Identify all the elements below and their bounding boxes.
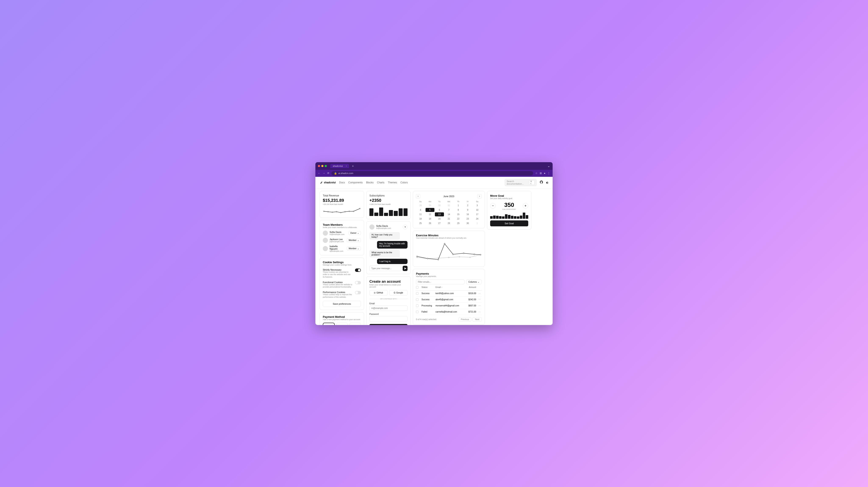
row-menu-button[interactable]: ⋯ (477, 304, 482, 307)
cal-day[interactable]: 28 (444, 221, 454, 225)
cal-day[interactable]: 10 (472, 208, 482, 212)
cal-day[interactable]: 17 (472, 213, 482, 217)
create-account-button[interactable]: Create account (369, 324, 407, 325)
role-select[interactable]: Member⌄ (347, 247, 361, 251)
cal-day[interactable]: 4 (416, 208, 425, 212)
pay-option-apple[interactable]: Apple (349, 323, 361, 325)
nav-components[interactable]: Components (348, 181, 363, 184)
row-menu-button[interactable]: ⋯ (477, 311, 482, 313)
cal-day[interactable]: 2 (463, 203, 472, 207)
reload-button[interactable]: ⟳ (327, 172, 329, 175)
cal-day[interactable]: 1 (454, 203, 463, 207)
row-menu-button[interactable]: ⋯ (477, 298, 482, 301)
increase-goal-button[interactable]: + (523, 203, 528, 208)
cal-day[interactable]: 31 (444, 203, 454, 207)
nav-colors[interactable]: Colors (400, 181, 408, 184)
cal-day[interactable]: 27 (435, 221, 444, 225)
cal-day[interactable]: 6 (435, 208, 444, 212)
cal-day[interactable]: 20 (435, 217, 444, 221)
search-input[interactable]: Search documentation... ⌘ K (505, 179, 536, 186)
profile-avatar[interactable]: ● (544, 172, 546, 175)
cal-day[interactable]: 3 (472, 203, 482, 207)
next-month-button[interactable]: › (477, 194, 482, 198)
cal-day[interactable]: 13 (435, 213, 444, 217)
cal-day[interactable]: 12 (426, 213, 435, 217)
cal-day[interactable]: 29 (426, 203, 435, 207)
prev-page-button[interactable]: Previous (459, 317, 471, 322)
svg-point-5 (345, 211, 345, 212)
forward-button[interactable]: → (322, 172, 325, 175)
cal-day[interactable]: 28 (416, 203, 425, 207)
cal-day[interactable]: 24 (472, 217, 482, 221)
brand-logo[interactable]: ⫽ shadcn/ui (320, 181, 336, 184)
nav-blocks[interactable]: Blocks (366, 181, 373, 184)
cal-day[interactable]: 25 (416, 221, 425, 225)
nav-charts[interactable]: Charts (377, 181, 384, 184)
menu-icon[interactable]: ⋮ (548, 172, 550, 175)
chat-input[interactable] (369, 266, 401, 271)
new-tab-button[interactable]: + (352, 164, 354, 168)
row-checkbox[interactable] (416, 298, 418, 301)
cal-day[interactable]: 16 (463, 213, 472, 217)
cal-day[interactable]: 15 (454, 213, 463, 217)
github-button[interactable]: ⊙ GitHub (369, 290, 388, 295)
decrease-goal-button[interactable]: − (490, 203, 496, 208)
github-icon[interactable] (540, 181, 543, 184)
window-dropdown-icon[interactable]: ⌄ (547, 164, 550, 168)
brand-name: shadcn/ui (324, 181, 336, 184)
columns-button[interactable]: Columns ⌄ (466, 280, 482, 284)
minimize-window-button[interactable] (321, 165, 323, 167)
cal-day[interactable]: 21 (444, 217, 454, 221)
cal-day[interactable]: 5 (426, 208, 435, 212)
set-goal-button[interactable]: Set Goal (490, 220, 528, 226)
cal-day[interactable]: 30 (435, 203, 444, 207)
cal-day[interactable]: 30 (463, 221, 472, 225)
prev-month-button[interactable]: ‹ (416, 194, 420, 198)
theme-toggle-icon[interactable]: ◐ (546, 181, 548, 184)
send-button[interactable]: ➤ (403, 266, 407, 271)
bookmark-icon[interactable]: ☆ (535, 172, 537, 175)
cal-day[interactable]: 23 (463, 217, 472, 221)
cal-day[interactable]: 1 (472, 221, 482, 225)
nav-docs[interactable]: Docs (339, 181, 345, 184)
url-bar[interactable]: 🔒 ui.shadcn.com (332, 171, 533, 175)
filter-emails-input[interactable] (416, 280, 465, 284)
cookie-toggle[interactable] (355, 291, 361, 294)
cal-day[interactable]: 26 (426, 221, 435, 225)
back-button[interactable]: ← (318, 172, 320, 175)
cookie-toggle[interactable] (355, 268, 361, 272)
cal-day[interactable]: 19 (426, 217, 435, 221)
row-checkbox[interactable] (416, 292, 418, 295)
password-input[interactable] (369, 316, 407, 321)
pay-option-paypal[interactable]: 𝗣 Paypal (336, 323, 348, 325)
close-window-button[interactable] (318, 165, 320, 167)
pay-option-card[interactable]: ▭ Card (323, 323, 335, 325)
nav-themes[interactable]: Themes (388, 181, 397, 184)
maximize-window-button[interactable] (325, 165, 327, 167)
row-menu-button[interactable]: ⋯ (477, 292, 482, 295)
email-input[interactable] (369, 305, 407, 311)
next-page-button[interactable]: Next (472, 317, 482, 322)
cal-dow: Mo (426, 200, 435, 203)
row-checkbox[interactable] (416, 311, 418, 313)
cal-day[interactable]: 22 (454, 217, 463, 221)
tab-close-icon[interactable]: × (346, 165, 347, 167)
cal-day[interactable]: 9 (463, 208, 472, 212)
role-select[interactable]: Member⌄ (347, 238, 361, 242)
save-preferences-button[interactable]: Save preferences (323, 301, 361, 307)
cal-day[interactable]: 14 (444, 213, 454, 217)
select-all-checkbox[interactable] (416, 286, 418, 289)
cal-day[interactable]: 7 (444, 208, 454, 212)
cal-day[interactable]: 8 (454, 208, 463, 212)
cal-day[interactable]: 18 (416, 217, 425, 221)
extensions-icon[interactable]: ⊞ (540, 172, 542, 175)
header-email[interactable]: Email ↕ (435, 286, 462, 288)
google-button[interactable]: G Google (389, 290, 407, 295)
add-contact-button[interactable]: + (403, 225, 407, 229)
role-select[interactable]: Owner⌄ (348, 231, 361, 235)
cal-day[interactable]: 29 (454, 221, 463, 225)
cal-day[interactable]: 11 (416, 213, 425, 217)
row-checkbox[interactable] (416, 304, 418, 307)
cookie-toggle[interactable] (355, 281, 361, 284)
browser-tab[interactable]: shadcn/ui × (330, 164, 349, 168)
